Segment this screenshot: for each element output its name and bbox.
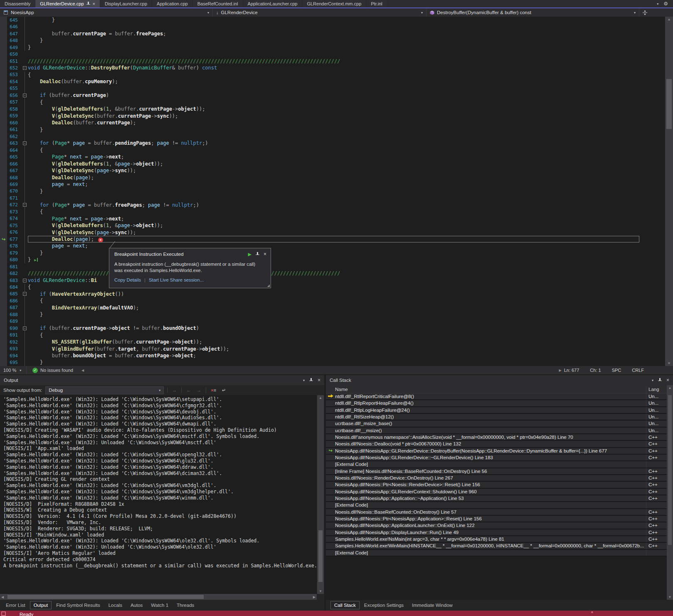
tab-disassembly[interactable]: Disassembly: [0, 0, 35, 7]
gear-icon[interactable]: ⚙: [663, 1, 668, 7]
breakpoint-margin[interactable]: [0, 325, 7, 332]
code-text[interactable]: V(glBindBuffer(buffer.target, buffer.cur…: [28, 346, 639, 352]
editor-line-695[interactable]: 695 }: [0, 359, 665, 366]
code-text[interactable]: ////////////////////////////////////////…: [28, 58, 639, 64]
editor-line-669[interactable]: 669 page = next;: [0, 181, 665, 188]
code-text[interactable]: V(glDeleteSync(page->sync));: [28, 167, 639, 174]
code-text[interactable]: V(glDeleteSync(page->sync));: [28, 229, 639, 236]
call-stack-frame[interactable]: Samples.HelloWorld.exe!NsMain(int argc=3…: [326, 536, 667, 543]
panel-tab-immediate-window[interactable]: Immediate Window: [408, 601, 456, 609]
breakpoint-margin[interactable]: [0, 92, 7, 99]
call-stack-frame[interactable]: ucrtbase.dll!_msize_base()Un...: [326, 421, 667, 427]
editor-line-646[interactable]: 646: [0, 23, 665, 30]
scroll-up-icon[interactable]: ▲: [665, 17, 673, 21]
editor-line-671[interactable]: 671: [0, 195, 665, 201]
editor-line-658[interactable]: 658 V(glDeleteBuffers(1, &buffer.current…: [0, 106, 665, 112]
editor-line-654[interactable]: 654 Dealloc(buffer.cpuMemory);: [0, 78, 665, 85]
breakpoint-margin[interactable]: [0, 30, 7, 37]
breakpoint-margin[interactable]: [0, 51, 7, 57]
breakpoint-margin[interactable]: [0, 250, 7, 256]
code-editor[interactable]: 645 }646647 buffer.currentPage = buffer.…: [0, 17, 665, 366]
breakpoint-margin[interactable]: [0, 318, 7, 325]
breakpoint-margin[interactable]: [0, 153, 7, 160]
code-text[interactable]: }: [28, 126, 639, 133]
output-horizontal-scrollbar[interactable]: ◀ ▶: [0, 594, 317, 600]
breakpoint-hit-icon[interactable]: ×: [98, 237, 103, 242]
code-text[interactable]: V(glDeleteSync(buffer.currentPage->sync)…: [28, 113, 639, 119]
fold-collapse-icon[interactable]: –: [23, 66, 27, 70]
editor-line-674[interactable]: 674 Page* next = page->next;: [0, 215, 665, 222]
fold-collapse-icon[interactable]: –: [23, 203, 27, 207]
panel-tab-watch-1[interactable]: Watch 1: [147, 601, 172, 609]
column-header-name[interactable]: Name: [335, 387, 646, 392]
line-ending-indicator[interactable]: CRLF: [632, 368, 644, 373]
code-text[interactable]: [28, 23, 639, 30]
scrollbar-thumb[interactable]: [668, 395, 672, 545]
code-text[interactable]: {: [28, 99, 639, 106]
breakpoint-margin[interactable]: [0, 195, 7, 201]
breakpoint-margin[interactable]: [0, 147, 7, 153]
call-stack-vertical-scrollbar[interactable]: ▲ ▼: [667, 385, 673, 600]
breakpoint-margin[interactable]: [0, 181, 7, 188]
editor-line-670[interactable]: 670 }: [0, 188, 665, 195]
code-text[interactable]: Dealloc(buffer.cpuMemory);: [28, 78, 639, 85]
editor-line-666[interactable]: 666 V(glDeleteBuffers(1, &page->object))…: [0, 161, 665, 167]
editor-line-682[interactable]: 682/////////////////////////////////////…: [0, 270, 665, 277]
breakpoint-margin[interactable]: [0, 311, 7, 318]
call-stack-frame[interactable]: ucrtbase.dll!__msize()Un...: [326, 428, 667, 434]
scroll-right-icon[interactable]: ▶: [313, 594, 316, 600]
editor-line-685[interactable]: 685– if (HaveVertexArrayObject()): [0, 291, 665, 297]
member-dropdown[interactable]: DestroyBuffer(DynamicBuffer & buffer) co…: [426, 8, 639, 17]
panel-tab-error-list[interactable]: Error List: [2, 601, 29, 609]
editor-line-691[interactable]: 691 {: [0, 332, 665, 339]
chevron-down-icon[interactable]: ▾: [657, 2, 658, 6]
resize-grip-icon[interactable]: ◢: [267, 284, 270, 287]
scroll-down-icon[interactable]: ▼: [665, 361, 673, 365]
breakpoint-margin[interactable]: ↪: [0, 236, 7, 242]
breakpoint-margin[interactable]: [0, 346, 7, 352]
breakpoint-margin[interactable]: [0, 291, 7, 297]
editor-line-650[interactable]: 650: [0, 51, 665, 57]
code-text[interactable]: BindVertexArray(mDefaultVAO);: [28, 304, 639, 311]
breakpoint-margin[interactable]: [0, 64, 7, 71]
call-stack-frame[interactable]: ntdll.dll!_RtlpReportHeapFailure@4()Un..…: [326, 400, 667, 407]
editor-line-694[interactable]: 694 buffer.boundObject = buffer.currentP…: [0, 352, 665, 359]
breakpoint-margin[interactable]: [0, 352, 7, 359]
code-text[interactable]: Dealloc(buffer.currentPage);: [28, 119, 639, 126]
scrollbar-thumb[interactable]: [7, 595, 204, 599]
code-text[interactable]: {: [28, 208, 639, 215]
caret-up-icon[interactable]: ^: [591, 611, 593, 616]
breakpoint-margin[interactable]: [0, 126, 7, 133]
breakpoint-margin[interactable]: [0, 229, 7, 236]
scroll-down-icon[interactable]: ▼: [317, 589, 324, 593]
breakpoint-margin[interactable]: [0, 72, 7, 78]
project-dropdown[interactable]: + NoesisApp ▾: [0, 8, 213, 17]
breakpoint-margin[interactable]: [0, 359, 7, 366]
editor-line-651[interactable]: 651/////////////////////////////////////…: [0, 58, 665, 64]
breakpoint-margin[interactable]: [0, 215, 7, 222]
code-text[interactable]: Page* next = page->next;: [28, 215, 639, 222]
call-stack-frame[interactable]: Samples.HelloWorld.exe!WinMain(HINSTANCE…: [326, 543, 667, 549]
code-text[interactable]: void GLRenderDevice::DestroyBuffer(Dynam…: [28, 64, 639, 71]
goto-message-icon[interactable]: →: [171, 388, 178, 393]
panel-tab-call-stack[interactable]: Call Stack: [330, 601, 360, 609]
scroll-up-icon[interactable]: ▲: [317, 396, 324, 400]
output-source-dropdown[interactable]: Debug ▾: [45, 386, 164, 394]
editor-line-693[interactable]: 693 V(glBindBuffer(buffer.target, buffer…: [0, 346, 665, 352]
code-text[interactable]: }: [28, 359, 639, 366]
editor-line-686[interactable]: 686 {: [0, 297, 665, 304]
code-text[interactable]: for (Page* page = buffer.pendingPages; p…: [28, 140, 639, 146]
editor-line-649[interactable]: 649}: [0, 44, 665, 51]
scroll-left-icon[interactable]: ◀: [1, 594, 4, 600]
panel-tab-locals[interactable]: Locals: [105, 601, 126, 609]
panel-tab-output[interactable]: Output: [30, 601, 52, 609]
output-log[interactable]: 'Samples.HelloWorld.exe' (Win32): Loaded…: [0, 395, 317, 594]
call-stack-frame[interactable]: ntdll.dll!_RtlpLogHeapFailure@24()Un...: [326, 407, 667, 414]
editor-line-684[interactable]: 684{: [0, 284, 665, 290]
call-stack-frame[interactable]: NoesisApp.dll!NoesisApp::DisplayLauncher…: [326, 529, 667, 536]
next-message-icon[interactable]: →: [195, 388, 202, 393]
fold-collapse-icon[interactable]: –: [23, 327, 27, 330]
breakpoint-margin[interactable]: [0, 161, 7, 167]
pin-icon[interactable]: [658, 378, 662, 382]
output-vertical-scrollbar[interactable]: ▲ ▼: [317, 395, 324, 594]
